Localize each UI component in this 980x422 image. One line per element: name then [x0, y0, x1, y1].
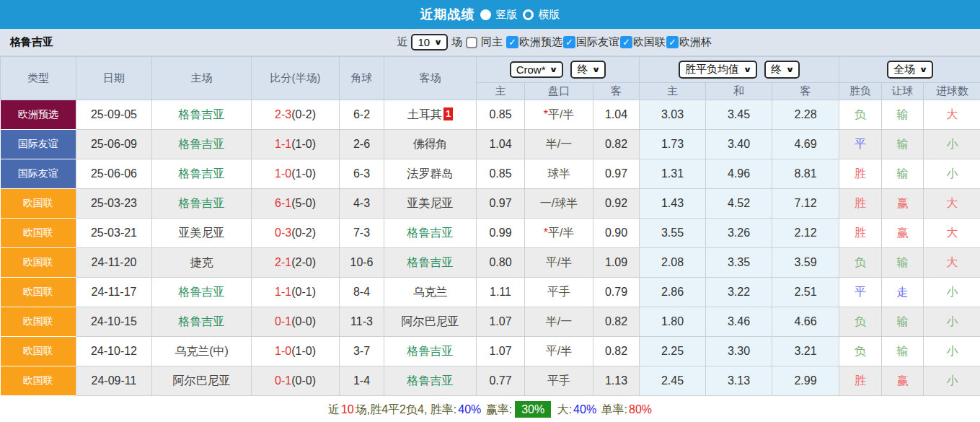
handicap-result: 输 [882, 248, 924, 278]
league-label: 欧洲杯 [679, 35, 712, 49]
avg-draw-odds: 3.26 [706, 219, 772, 248]
handicap-home-odds: 1.07 [477, 307, 525, 337]
handicap-away-odds: 0.79 [593, 278, 640, 307]
avg-draw-odds: 3.35 [706, 248, 772, 278]
chevron-down-icon: ∨ [592, 65, 601, 74]
handicap-line: 半/一 [525, 307, 593, 337]
results-tbody: 欧洲预选25-09-05格鲁吉亚2-3(0-2)6-2土耳其10.85*平/半1… [1, 100, 980, 396]
result: 负 [839, 248, 882, 278]
games-label: 场 [451, 35, 462, 49]
handicap-result: 输 [882, 337, 924, 366]
handicap-result: 输 [882, 159, 924, 189]
horizontal-layout-label[interactable]: 横版 [539, 8, 560, 22]
match-type: 欧国联 [1, 248, 76, 278]
corners: 6-3 [340, 159, 384, 189]
avg-draw-odds: 3.22 [706, 278, 772, 307]
league-filters: ✓欧洲预选✓国际友谊✓欧国联✓欧洲杯 [506, 35, 712, 49]
handicap-line: 球半 [525, 159, 593, 189]
avg-win-odds: 2.86 [640, 278, 706, 307]
scope-select-group: 全场∨ [839, 57, 980, 83]
corners: 11-3 [340, 307, 384, 337]
handicap-home-odds: 0.97 [477, 189, 525, 219]
avg-lose-odds: 4.69 [772, 130, 839, 159]
horizontal-layout-radio[interactable] [523, 9, 534, 20]
league-checkbox[interactable]: ✓ [620, 36, 632, 48]
result: 负 [839, 337, 882, 366]
match-date: 25-09-05 [76, 100, 152, 130]
same-home-checkbox[interactable] [466, 37, 477, 48]
match-date: 24-09-11 [76, 366, 152, 396]
filter-controls: 近 10∨ 场 同主 ✓欧洲预选✓国际友谊✓欧国联✓欧洲杯 [397, 34, 712, 50]
avg-lose-odds: 7.12 [772, 189, 839, 219]
league-checkbox[interactable]: ✓ [563, 36, 575, 48]
match-date: 25-03-21 [76, 219, 152, 248]
result: 胜 [839, 189, 882, 219]
avg-draw-odds: 3.30 [706, 337, 772, 366]
handicap-time-select[interactable]: 终∨ [570, 61, 606, 79]
goals-result: 小 [924, 337, 980, 366]
handicap-home-odds: 0.77 [477, 366, 525, 396]
summary-line: 近10场,胜4平2负4, 胜率:40% 赢率:30% 大:40% 单率:80% [0, 403, 980, 418]
vertical-layout-radio[interactable] [480, 9, 491, 20]
corners: 1-4 [340, 366, 384, 396]
away-team: 格鲁吉亚 [384, 337, 477, 366]
league-checkbox[interactable]: ✓ [666, 36, 679, 48]
table-row: 欧国联24-11-20捷克2-1(2-0)10-6格鲁吉亚0.80平/半1.09… [1, 248, 980, 278]
home-team: 格鲁吉亚 [152, 130, 252, 159]
avg-odds-select[interactable]: 胜平负均值∨ [679, 61, 757, 79]
chevron-down-icon: ∨ [434, 38, 443, 47]
avg-win-odds: 1.43 [640, 189, 706, 219]
away-team: 佛得角 [384, 130, 477, 159]
result: 负 [839, 307, 882, 337]
scope-select[interactable]: 全场∨ [887, 61, 933, 79]
avg-win-odds: 1.73 [640, 130, 706, 159]
summary-segment: 赢率: [482, 403, 513, 416]
match-date: 24-10-12 [76, 337, 152, 366]
avg-time-select[interactable]: 终∨ [764, 61, 800, 79]
league-checkbox[interactable]: ✓ [506, 36, 518, 48]
sub-header-goals: 进球数 [924, 83, 980, 100]
match-date: 25-03-23 [76, 189, 152, 219]
avg-lose-odds: 8.81 [772, 159, 839, 189]
avg-draw-odds: 4.52 [706, 189, 772, 219]
avg-win-odds: 2.08 [640, 248, 706, 278]
summary-segment: 40% [457, 403, 482, 416]
match-count-select[interactable]: 10∨ [411, 34, 448, 50]
goals-result: 小 [924, 366, 980, 396]
home-team: 格鲁吉亚 [152, 278, 252, 307]
handicap-result: 输 [882, 130, 924, 159]
vertical-layout-label[interactable]: 竖版 [496, 8, 518, 22]
avg-lose-odds: 2.12 [772, 219, 839, 248]
goals-result: 小 [924, 278, 980, 307]
avg-win-odds: 1.80 [640, 307, 706, 337]
corners: 10-6 [340, 248, 384, 278]
home-team: 阿尔巴尼亚 [152, 366, 252, 396]
summary-segment: 单率: [597, 403, 628, 416]
corners: 8-4 [340, 278, 384, 307]
avg-draw-odds: 3.13 [706, 366, 772, 396]
home-team: 格鲁吉亚 [152, 159, 252, 189]
bookmaker-select[interactable]: Crow*∨ [510, 61, 564, 78]
table-row: 欧洲预选25-09-05格鲁吉亚2-3(0-2)6-2土耳其10.85*平/半1… [1, 100, 980, 130]
table-row: 欧国联24-11-17格鲁吉亚1-1(0-1)8-4乌克兰1.11平手0.792… [1, 278, 980, 307]
col-header-type: 类型 [1, 57, 76, 100]
corners: 3-7 [340, 337, 384, 366]
match-type: 欧国联 [1, 278, 76, 307]
handicap-result: 走 [882, 278, 924, 307]
handicap-away-odds: 1.09 [593, 248, 640, 278]
result: 胜 [839, 159, 882, 189]
team-name: 格鲁吉亚 [0, 35, 53, 49]
sub-header-avg-lose: 客 [772, 83, 839, 100]
table-row: 国际友谊25-06-09格鲁吉亚1-1(1-0)2-6佛得角1.04半/一0.8… [1, 130, 980, 159]
handicap-result: 赢 [882, 366, 924, 396]
table-row: 欧国联24-10-15格鲁吉亚0-1(0-0)11-3阿尔巴尼亚1.07半/一0… [1, 307, 980, 337]
col-header-away: 客场 [384, 57, 477, 100]
goal-badge: 1 [443, 107, 453, 120]
summary-segment: 10 [340, 403, 355, 416]
match-type: 欧国联 [1, 366, 76, 396]
result: 胜 [839, 366, 882, 396]
score: 1-0(1-0) [252, 159, 340, 189]
score: 1-0(1-0) [252, 337, 340, 366]
goals-result: 大 [924, 189, 980, 219]
score: 0-1(0-0) [252, 307, 340, 337]
